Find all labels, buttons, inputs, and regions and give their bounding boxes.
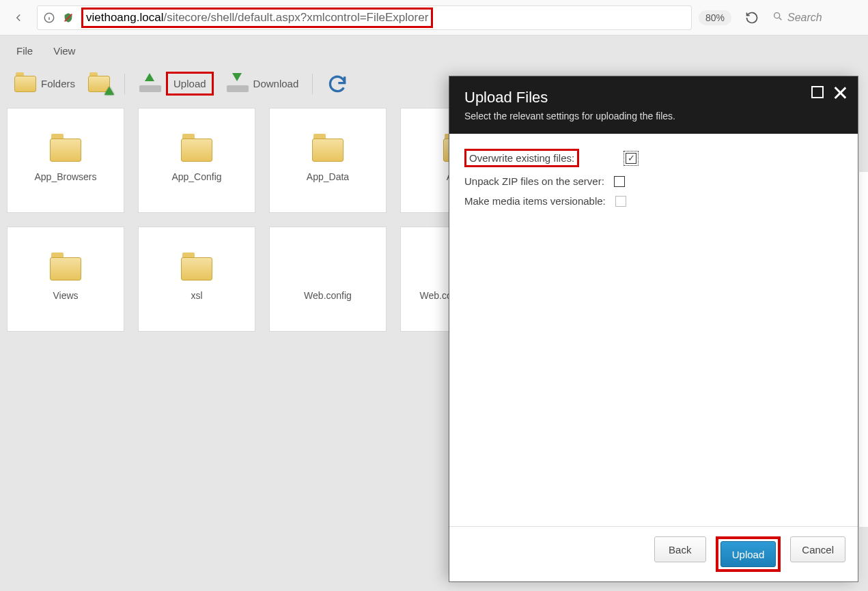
tile-label: Views xyxy=(53,290,78,301)
dialog-header: Upload Files Select the relevant setting… xyxy=(449,76,858,134)
option-unpack: Unpack ZIP files on the server: xyxy=(464,175,843,187)
unpack-label: Unpack ZIP files on the server: xyxy=(464,175,604,187)
insecure-icon[interactable] xyxy=(61,10,76,25)
folder-up-icon xyxy=(87,72,111,96)
right-panel-edge xyxy=(858,172,868,527)
toolbar-download-label: Download xyxy=(253,78,299,89)
file-explorer-app: File View Folders Upload Download App_Br… xyxy=(0,35,868,591)
upload-button[interactable]: Upload xyxy=(720,541,776,567)
dialog-title: Upload Files xyxy=(464,89,843,106)
upload-dialog: Upload Files Select the relevant setting… xyxy=(449,76,858,581)
file-tile[interactable]: Web.config xyxy=(269,227,387,332)
svg-line-5 xyxy=(779,18,781,20)
folder-icon xyxy=(181,139,212,162)
search-icon xyxy=(772,11,783,25)
folder-icon xyxy=(50,257,81,280)
versionable-label: Make media items versionable: xyxy=(464,195,606,207)
overwrite-label: Overwrite existing files: xyxy=(464,149,579,167)
back-button[interactable] xyxy=(7,6,30,29)
folder-icon xyxy=(14,72,37,96)
folder-icon xyxy=(50,139,81,162)
upload-highlight: Upload xyxy=(166,72,214,96)
site-info-icon[interactable] xyxy=(42,10,57,25)
svg-point-4 xyxy=(774,12,780,18)
dialog-footer: Back Upload Cancel xyxy=(449,526,858,581)
menubar: File View xyxy=(0,35,868,66)
tile-label: App_Browsers xyxy=(34,171,96,182)
toolbar-refresh[interactable] xyxy=(322,70,352,98)
toolbar-folders-label: Folders xyxy=(41,78,75,89)
folder-icon xyxy=(312,139,344,162)
option-overwrite: Overwrite existing files: ✓ xyxy=(464,149,843,167)
dialog-body: Overwrite existing files: ✓ Unpack ZIP f… xyxy=(449,134,858,526)
tile-label: App_Config xyxy=(171,171,221,182)
download-icon xyxy=(226,72,249,96)
browser-search[interactable]: Search xyxy=(772,11,861,25)
menu-file[interactable]: File xyxy=(16,45,33,57)
file-icon xyxy=(312,257,344,280)
versionable-checkbox[interactable] xyxy=(615,196,626,207)
toolbar-separator xyxy=(124,74,125,94)
upload-button-highlight: Upload xyxy=(716,536,781,572)
cancel-button[interactable]: Cancel xyxy=(790,536,845,562)
url-path: /sitecore/shell/default.aspx?xmlcontrol=… xyxy=(163,11,428,24)
toolbar-folder-up[interactable] xyxy=(83,70,115,98)
folder-tile[interactable]: Views xyxy=(7,227,124,332)
option-versionable: Make media items versionable: xyxy=(464,195,843,207)
toolbar-separator xyxy=(312,74,313,94)
reload-button[interactable] xyxy=(738,11,766,25)
toolbar-download[interactable]: Download xyxy=(222,70,303,98)
back-button[interactable]: Back xyxy=(654,536,706,562)
url-highlight: viethoang.local/sitecore/shell/default.a… xyxy=(81,8,433,28)
folder-tile[interactable]: App_Browsers xyxy=(7,108,124,213)
unpack-checkbox[interactable] xyxy=(614,176,625,187)
browser-toolbar: viethoang.local/sitecore/shell/default.a… xyxy=(0,0,868,35)
tile-label: Web.config xyxy=(304,290,352,301)
folder-tile[interactable]: xsl xyxy=(138,227,255,332)
toolbar-upload[interactable]: Upload xyxy=(135,69,218,98)
menu-view[interactable]: View xyxy=(53,45,75,57)
url-host: viethoang.local xyxy=(86,11,163,24)
overwrite-checkbox[interactable]: ✓ xyxy=(626,153,636,164)
close-icon[interactable] xyxy=(833,86,847,100)
maximize-icon[interactable] xyxy=(811,86,824,98)
folder-tile[interactable]: App_Config xyxy=(138,108,255,213)
search-placeholder: Search xyxy=(787,12,822,24)
address-bar[interactable]: viethoang.local/sitecore/shell/default.a… xyxy=(37,5,692,30)
toolbar-folders[interactable]: Folders xyxy=(10,70,79,98)
folder-icon xyxy=(181,257,212,280)
tile-label: App_Data xyxy=(307,171,349,182)
tile-label: xsl xyxy=(191,290,202,301)
toolbar-upload-label: Upload xyxy=(173,78,206,89)
folder-tile[interactable]: App_Data xyxy=(269,108,387,213)
zoom-indicator[interactable]: 80% xyxy=(699,10,731,25)
dialog-subtitle: Select the relevant settings for uploadi… xyxy=(464,111,843,121)
upload-icon xyxy=(139,72,162,96)
